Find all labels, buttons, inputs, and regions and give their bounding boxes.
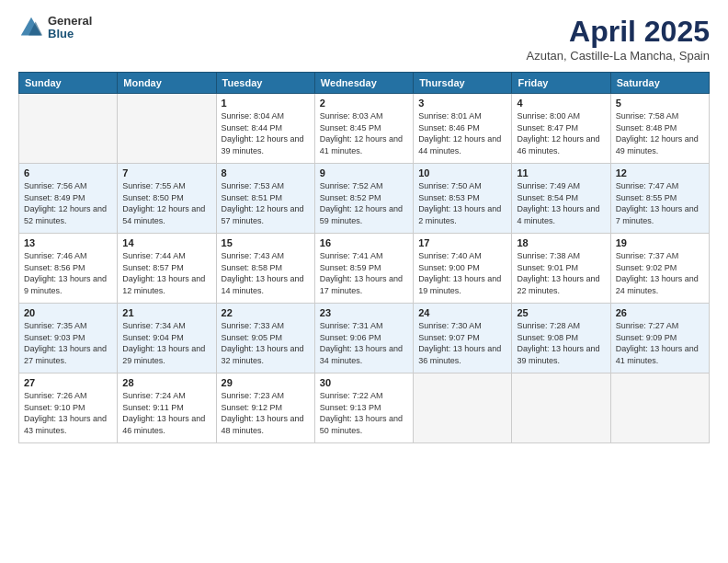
calendar-cell: 19Sunrise: 7:37 AMSunset: 9:02 PMDayligh…	[610, 234, 709, 304]
day-info: Sunrise: 7:56 AMSunset: 8:49 PMDaylight:…	[24, 180, 112, 226]
calendar-cell	[118, 94, 216, 164]
day-number: 5	[616, 98, 704, 109]
day-info: Sunrise: 7:31 AMSunset: 9:06 PMDaylight:…	[320, 320, 408, 366]
calendar-week-row-2: 6Sunrise: 7:56 AMSunset: 8:49 PMDaylight…	[19, 164, 710, 234]
day-number: 18	[517, 237, 605, 248]
day-info: Sunrise: 7:35 AMSunset: 9:03 PMDaylight:…	[24, 320, 112, 366]
day-number: 23	[320, 307, 408, 318]
calendar-header-row: Sunday Monday Tuesday Wednesday Thursday…	[19, 73, 710, 94]
calendar-cell	[19, 94, 118, 164]
day-number: 21	[122, 307, 210, 318]
calendar-cell: 14Sunrise: 7:44 AMSunset: 8:57 PMDayligh…	[118, 234, 216, 304]
calendar-cell: 12Sunrise: 7:47 AMSunset: 8:55 PMDayligh…	[610, 164, 709, 234]
day-number: 7	[122, 167, 210, 178]
calendar-cell: 3Sunrise: 8:01 AMSunset: 8:46 PMDaylight…	[414, 94, 512, 164]
calendar-cell: 10Sunrise: 7:50 AMSunset: 8:53 PMDayligh…	[414, 164, 512, 234]
day-number: 26	[616, 307, 704, 318]
day-info: Sunrise: 7:33 AMSunset: 9:05 PMDaylight:…	[222, 320, 310, 366]
logo-general-text: General	[48, 15, 92, 28]
calendar-cell: 26Sunrise: 7:27 AMSunset: 9:09 PMDayligh…	[610, 304, 709, 373]
day-info: Sunrise: 7:37 AMSunset: 9:02 PMDaylight:…	[616, 250, 704, 296]
day-info: Sunrise: 7:58 AMSunset: 8:48 PMDaylight:…	[616, 110, 704, 156]
day-info: Sunrise: 7:47 AMSunset: 8:55 PMDaylight:…	[616, 180, 704, 226]
header-thursday: Thursday	[414, 73, 512, 94]
day-number: 15	[222, 237, 310, 248]
day-number: 30	[320, 377, 408, 388]
day-info: Sunrise: 7:53 AMSunset: 8:51 PMDaylight:…	[222, 180, 310, 226]
calendar-cell: 6Sunrise: 7:56 AMSunset: 8:49 PMDaylight…	[19, 164, 118, 234]
day-info: Sunrise: 7:27 AMSunset: 9:09 PMDaylight:…	[616, 320, 704, 366]
day-info: Sunrise: 7:49 AMSunset: 8:54 PMDaylight:…	[517, 180, 605, 226]
calendar-cell: 22Sunrise: 7:33 AMSunset: 9:05 PMDayligh…	[216, 304, 314, 373]
calendar-cell: 21Sunrise: 7:34 AMSunset: 9:04 PMDayligh…	[118, 304, 216, 373]
day-info: Sunrise: 7:23 AMSunset: 9:12 PMDaylight:…	[222, 390, 310, 436]
day-number: 29	[222, 377, 310, 388]
calendar-cell: 18Sunrise: 7:38 AMSunset: 9:01 PMDayligh…	[512, 234, 610, 304]
calendar-cell: 29Sunrise: 7:23 AMSunset: 9:12 PMDayligh…	[216, 373, 314, 443]
day-number: 4	[517, 98, 605, 109]
day-info: Sunrise: 7:43 AMSunset: 8:58 PMDaylight:…	[222, 250, 310, 296]
calendar-cell: 4Sunrise: 8:00 AMSunset: 8:47 PMDaylight…	[512, 94, 610, 164]
calendar-cell: 13Sunrise: 7:46 AMSunset: 8:56 PMDayligh…	[19, 234, 118, 304]
day-number: 2	[320, 98, 408, 109]
logo-blue-text: Blue	[48, 28, 92, 40]
day-info: Sunrise: 8:00 AMSunset: 8:47 PMDaylight:…	[517, 110, 605, 156]
calendar-cell: 1Sunrise: 8:04 AMSunset: 8:44 PMDaylight…	[216, 94, 314, 164]
day-number: 22	[222, 307, 310, 318]
day-number: 1	[222, 98, 310, 109]
calendar-cell: 30Sunrise: 7:22 AMSunset: 9:13 PMDayligh…	[314, 373, 413, 443]
day-number: 9	[320, 167, 408, 178]
calendar-cell: 16Sunrise: 7:41 AMSunset: 8:59 PMDayligh…	[314, 234, 413, 304]
day-number: 24	[418, 307, 506, 318]
day-info: Sunrise: 7:24 AMSunset: 9:11 PMDaylight:…	[122, 390, 210, 436]
calendar-week-row-3: 13Sunrise: 7:46 AMSunset: 8:56 PMDayligh…	[19, 234, 710, 304]
calendar-cell: 2Sunrise: 8:03 AMSunset: 8:45 PMDaylight…	[314, 94, 413, 164]
day-number: 3	[418, 98, 506, 109]
location: Azutan, Castille-La Mancha, Spain	[527, 49, 710, 63]
month-title: April 2025	[527, 15, 710, 49]
day-number: 11	[517, 167, 605, 178]
header-sunday: Sunday	[19, 73, 118, 94]
day-info: Sunrise: 7:44 AMSunset: 8:57 PMDaylight:…	[122, 250, 210, 296]
day-info: Sunrise: 8:03 AMSunset: 8:45 PMDaylight:…	[320, 110, 408, 156]
day-number: 27	[24, 377, 112, 388]
day-info: Sunrise: 8:01 AMSunset: 8:46 PMDaylight:…	[418, 110, 506, 156]
day-info: Sunrise: 7:40 AMSunset: 9:00 PMDaylight:…	[418, 250, 506, 296]
logo: General Blue	[18, 15, 92, 41]
calendar-cell	[414, 373, 512, 443]
day-number: 14	[122, 237, 210, 248]
day-number: 25	[517, 307, 605, 318]
calendar-week-row-5: 27Sunrise: 7:26 AMSunset: 9:10 PMDayligh…	[19, 373, 710, 443]
calendar-cell: 17Sunrise: 7:40 AMSunset: 9:00 PMDayligh…	[414, 234, 512, 304]
calendar-cell: 15Sunrise: 7:43 AMSunset: 8:58 PMDayligh…	[216, 234, 314, 304]
calendar-cell: 28Sunrise: 7:24 AMSunset: 9:11 PMDayligh…	[118, 373, 216, 443]
calendar-cell	[610, 373, 709, 443]
calendar-cell: 25Sunrise: 7:28 AMSunset: 9:08 PMDayligh…	[512, 304, 610, 373]
calendar-cell	[512, 373, 610, 443]
day-number: 8	[222, 167, 310, 178]
day-info: Sunrise: 7:55 AMSunset: 8:50 PMDaylight:…	[122, 180, 210, 226]
day-number: 6	[24, 167, 112, 178]
day-info: Sunrise: 8:04 AMSunset: 8:44 PMDaylight:…	[222, 110, 310, 156]
logo-text: General Blue	[48, 15, 92, 41]
calendar-week-row-4: 20Sunrise: 7:35 AMSunset: 9:03 PMDayligh…	[19, 304, 710, 373]
header-tuesday: Tuesday	[216, 73, 314, 94]
calendar-cell: 8Sunrise: 7:53 AMSunset: 8:51 PMDaylight…	[216, 164, 314, 234]
day-info: Sunrise: 7:50 AMSunset: 8:53 PMDaylight:…	[418, 180, 506, 226]
calendar-cell: 27Sunrise: 7:26 AMSunset: 9:10 PMDayligh…	[19, 373, 118, 443]
header-friday: Friday	[512, 73, 610, 94]
calendar-cell: 7Sunrise: 7:55 AMSunset: 8:50 PMDaylight…	[118, 164, 216, 234]
day-info: Sunrise: 7:28 AMSunset: 9:08 PMDaylight:…	[517, 320, 605, 366]
calendar-cell: 11Sunrise: 7:49 AMSunset: 8:54 PMDayligh…	[512, 164, 610, 234]
calendar-cell: 24Sunrise: 7:30 AMSunset: 9:07 PMDayligh…	[414, 304, 512, 373]
header-monday: Monday	[118, 73, 216, 94]
day-number: 20	[24, 307, 112, 318]
logo-icon	[18, 15, 44, 40]
calendar-table: Sunday Monday Tuesday Wednesday Thursday…	[18, 72, 710, 443]
day-number: 17	[418, 237, 506, 248]
title-block: April 2025 Azutan, Castille-La Mancha, S…	[527, 15, 710, 63]
day-info: Sunrise: 7:34 AMSunset: 9:04 PMDaylight:…	[122, 320, 210, 366]
day-info: Sunrise: 7:30 AMSunset: 9:07 PMDaylight:…	[418, 320, 506, 366]
calendar-cell: 20Sunrise: 7:35 AMSunset: 9:03 PMDayligh…	[19, 304, 118, 373]
day-number: 13	[24, 237, 112, 248]
